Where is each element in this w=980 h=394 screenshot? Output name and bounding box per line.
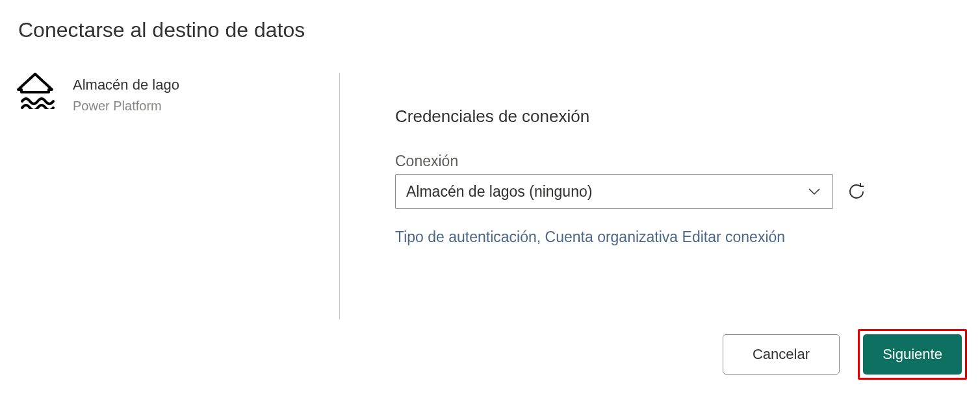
right-panel: Credenciales de conexión Conexión Almacé… [395,73,967,246]
refresh-icon [846,181,867,202]
next-button[interactable]: Siguiente [863,334,962,375]
lakehouse-icon [16,73,55,109]
auth-type-text[interactable]: Tipo de autenticación, Cuenta organizati… [395,228,967,246]
page-title: Conectarse al destino de datos [0,0,980,42]
footer: Cancelar Siguiente [723,329,967,380]
chevron-down-icon [806,184,822,199]
next-button-highlight: Siguiente [858,329,967,380]
destination-name: Almacén de lago [73,77,179,93]
destination-info: Almacén de lago Power Platform [73,73,179,114]
refresh-button[interactable] [845,180,868,203]
vertical-divider [339,73,340,319]
dropdown-row: Almacén de lagos (ninguno) [395,174,967,209]
connection-dropdown[interactable]: Almacén de lagos (ninguno) [395,174,833,209]
content-wrapper: Almacén de lago Power Platform Credencia… [13,73,967,246]
cancel-button[interactable]: Cancelar [723,334,840,375]
left-panel: Almacén de lago Power Platform [13,73,338,246]
destination-platform: Power Platform [73,99,179,114]
credentials-section-title: Credenciales de conexión [395,106,967,127]
connection-label: Conexión [395,153,967,170]
connection-value: Almacén de lagos (ninguno) [406,183,592,201]
